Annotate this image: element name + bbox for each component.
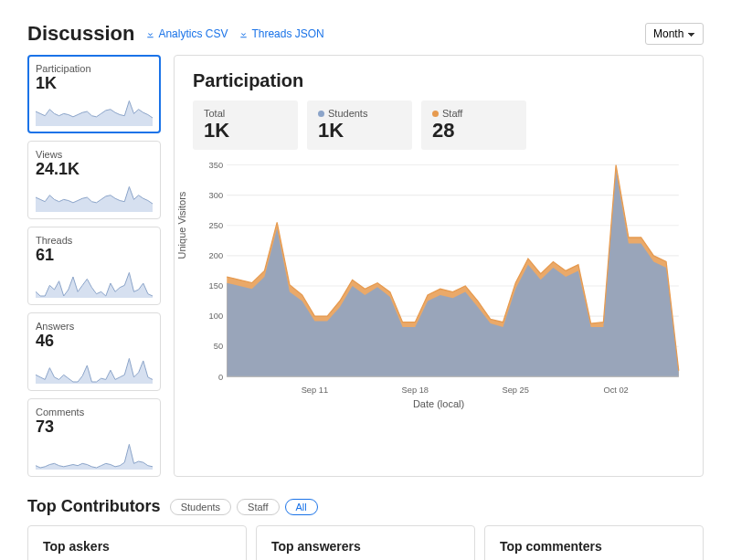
sparkline [36, 97, 153, 126]
metric-card-views[interactable]: Views 24.1K [27, 141, 161, 219]
svg-text:300: 300 [209, 190, 224, 200]
svg-text:100: 100 [209, 311, 224, 321]
svg-text:150: 150 [209, 280, 224, 291]
stat-label: Students [318, 108, 401, 119]
stat-box-students: Students 1K [307, 100, 412, 150]
period-selector[interactable]: Month [645, 23, 704, 45]
x-axis-label: Date (local) [193, 398, 684, 409]
participation-chart: 050100150200250300350Sep 11Sep 18Sep 25O… [193, 159, 684, 396]
download-icon [238, 29, 249, 39]
metric-label: Answers [36, 321, 153, 332]
metric-card-answers[interactable]: Answers 46 [27, 312, 161, 391]
metric-value: 61 [36, 246, 153, 265]
metric-value: 24.1K [36, 160, 153, 179]
contrib-card-top-answerers: Top answerers Name Answers [256, 525, 475, 560]
metric-label: Comments [36, 407, 153, 417]
contributors-header: Top Contributors StudentsStaffAll [27, 497, 704, 516]
main-panel: Participation Total 1KStudents 1KStaff 2… [174, 55, 704, 477]
y-axis-label: Unique Visitors [176, 192, 187, 259]
metric-sidebar: Participation 1K Views 24.1K Threads 61 … [27, 55, 161, 477]
metric-card-participation[interactable]: Participation 1K [27, 55, 161, 133]
metric-label: Threads [36, 235, 153, 246]
stat-box-total: Total 1K [193, 100, 298, 150]
svg-text:250: 250 [209, 220, 224, 230]
filter-all[interactable]: All [285, 499, 318, 515]
stat-value: 1K [204, 119, 287, 143]
stat-value: 1K [318, 119, 401, 143]
sparkline [36, 354, 153, 384]
download-icon [145, 29, 155, 39]
svg-text:200: 200 [209, 250, 224, 260]
legend-dot [318, 111, 324, 117]
header-row: Discussion Analytics CSV Threads JSON Mo… [27, 22, 704, 46]
stat-row: Total 1KStudents 1KStaff 28 [193, 100, 684, 150]
sparkline [36, 269, 153, 298]
stat-label: Total [204, 108, 287, 119]
contrib-title: Top commenters [500, 539, 688, 554]
svg-text:Oct 02: Oct 02 [603, 384, 628, 394]
contributors-row: Top askers Name Questions Top answerers … [27, 525, 704, 560]
metric-value: 46 [36, 332, 153, 351]
filter-pills: StudentsStaffAll [170, 499, 318, 515]
svg-text:Sep 18: Sep 18 [402, 384, 429, 394]
stat-label: Staff [432, 108, 515, 119]
filter-staff[interactable]: Staff [237, 499, 279, 515]
download-analytics-csv[interactable]: Analytics CSV [145, 27, 228, 40]
panel-title: Participation [193, 70, 684, 91]
legend-dot [432, 111, 439, 117]
page-title: Discussion [27, 22, 134, 46]
svg-text:350: 350 [209, 160, 224, 170]
sparkline [36, 183, 153, 212]
metric-value: 73 [36, 417, 153, 437]
svg-text:Sep 25: Sep 25 [502, 384, 528, 394]
svg-text:50: 50 [214, 341, 223, 351]
stat-value: 28 [432, 119, 515, 143]
contrib-title: Top answerers [271, 539, 460, 554]
contrib-title: Top askers [43, 539, 231, 554]
metric-value: 1K [36, 74, 153, 93]
metric-label: Views [36, 149, 153, 160]
metric-label: Participation [36, 63, 153, 74]
contrib-card-top-askers: Top askers Name Questions [27, 525, 247, 560]
download-threads-json[interactable]: Threads JSON [238, 27, 323, 40]
metric-card-threads[interactable]: Threads 61 [27, 227, 161, 305]
svg-text:0: 0 [218, 371, 223, 381]
contributors-title: Top Contributors [27, 497, 161, 516]
svg-text:Sep 11: Sep 11 [302, 384, 328, 394]
chart-wrapper: Unique Visitors 050100150200250300350Sep… [193, 159, 684, 396]
sparkline [36, 440, 153, 470]
stat-box-staff: Staff 28 [421, 100, 526, 150]
contrib-card-top-commenters: Top commenters Name Comments [484, 525, 704, 560]
metric-card-comments[interactable]: Comments 73 [27, 398, 161, 477]
filter-students[interactable]: Students [170, 499, 231, 515]
